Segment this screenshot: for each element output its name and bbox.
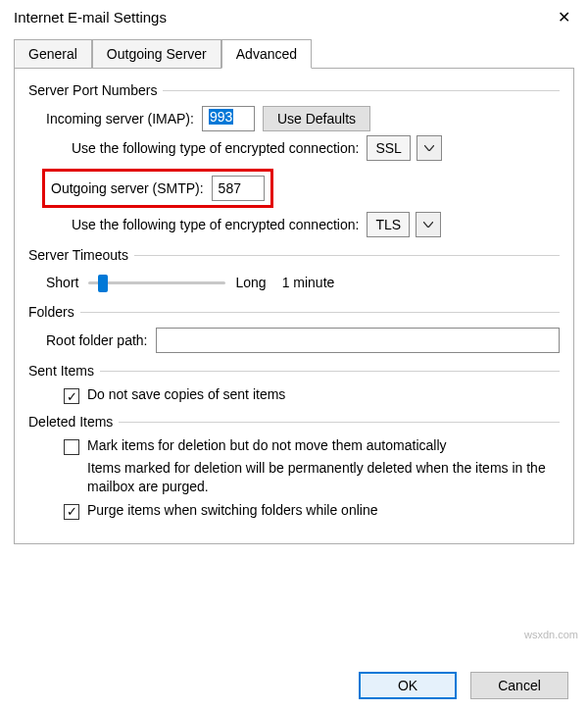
timeout-long-label: Long <box>235 275 266 290</box>
group-label-deleted: Deleted Items <box>28 414 119 430</box>
tab-panel-advanced: Server Port Numbers Incoming server (IMA… <box>14 68 574 544</box>
deletion-note: Items marked for deletion will be perman… <box>87 459 560 496</box>
purge-checkbox[interactable] <box>64 504 79 520</box>
group-sent-items: Sent Items Do not save copies of sent it… <box>28 363 560 404</box>
imap-port-input[interactable]: 993 <box>202 106 255 131</box>
window-title: Internet E-mail Settings <box>14 9 167 25</box>
root-folder-input[interactable] <box>156 328 560 353</box>
watermark-text: wsxdn.com <box>524 629 578 640</box>
group-label-sent: Sent Items <box>28 363 100 379</box>
imap-encryption-select[interactable]: SSL <box>367 135 410 161</box>
nosave-sent-checkbox[interactable] <box>64 388 79 404</box>
timeout-short-label: Short <box>46 275 78 290</box>
mark-deletion-checkbox[interactable] <box>64 439 79 455</box>
tab-advanced[interactable]: Advanced <box>221 39 312 69</box>
close-icon[interactable]: ✕ <box>550 6 578 28</box>
timeout-value: 1 minute <box>282 275 335 290</box>
nosave-sent-label: Do not save copies of sent items <box>87 386 285 402</box>
smtp-highlight-box: Outgoing server (SMTP): <box>42 169 273 208</box>
root-folder-label: Root folder path: <box>46 332 148 348</box>
imap-encryption-chevron-down-icon[interactable] <box>416 135 442 161</box>
use-defaults-button[interactable]: Use Defaults <box>263 106 370 131</box>
imap-encryption-label: Use the following type of encrypted conn… <box>72 140 359 156</box>
group-label-ports: Server Port Numbers <box>28 82 163 98</box>
mark-deletion-label: Mark items for deletion but do not move … <box>87 437 447 453</box>
dialog-window: Internet E-mail Settings ✕ General Outgo… <box>0 0 588 711</box>
cancel-button[interactable]: Cancel <box>470 672 568 699</box>
smtp-encryption-chevron-down-icon[interactable] <box>416 212 441 237</box>
ok-button[interactable]: OK <box>359 672 457 699</box>
tab-strip: General Outgoing Server Advanced <box>14 39 588 69</box>
imap-port-label: Incoming server (IMAP): <box>46 111 194 127</box>
group-server-timeouts: Server Timeouts Short Long 1 minute <box>28 247 560 294</box>
slider-thumb[interactable] <box>98 275 108 292</box>
group-server-port-numbers: Server Port Numbers Incoming server (IMA… <box>28 82 560 237</box>
purge-label: Purge items when switching folders while… <box>87 502 377 518</box>
tab-general[interactable]: General <box>14 39 92 69</box>
timeout-slider[interactable] <box>88 271 225 294</box>
group-deleted-items: Deleted Items Mark items for deletion bu… <box>28 414 560 520</box>
smtp-port-label: Outgoing server (SMTP): <box>51 180 204 196</box>
smtp-encryption-label: Use the following type of encrypted conn… <box>72 217 359 232</box>
tab-outgoing-server[interactable]: Outgoing Server <box>92 39 221 69</box>
smtp-port-input[interactable] <box>212 176 265 201</box>
smtp-encryption-select[interactable]: TLS <box>367 212 410 237</box>
group-folders: Folders Root folder path: <box>28 304 560 353</box>
group-label-timeouts: Server Timeouts <box>28 247 134 263</box>
titlebar: Internet E-mail Settings ✕ <box>0 0 588 38</box>
group-label-folders: Folders <box>28 304 80 320</box>
dialog-footer: OK Cancel <box>359 672 568 699</box>
